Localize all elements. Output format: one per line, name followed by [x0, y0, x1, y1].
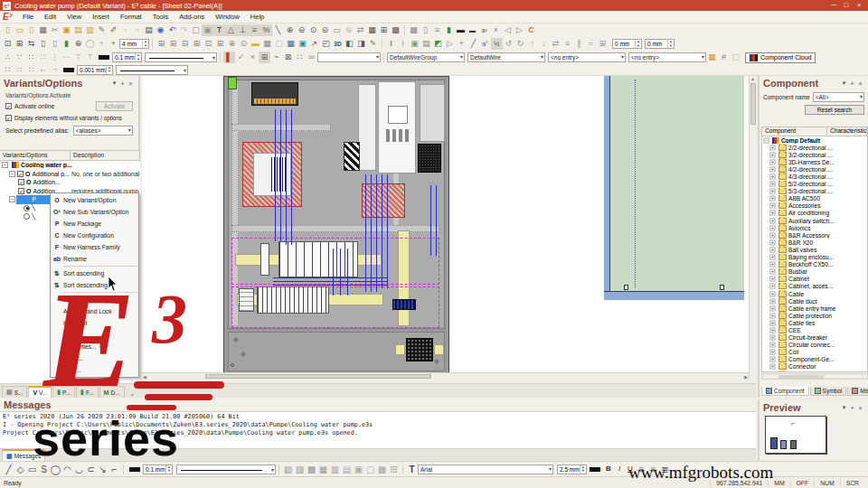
panel-tab[interactable]: Symbol — [810, 387, 847, 396]
panel-menu-icon[interactable]: ▾ — [110, 80, 118, 87]
pen2-icon[interactable]: ✎ — [367, 38, 379, 50]
crosshair-icon[interactable]: + — [456, 38, 467, 50]
expander-icon[interactable] — [770, 174, 776, 180]
run-icon[interactable]: ▷ — [444, 38, 456, 50]
text-tool-icon[interactable]: T — [213, 24, 225, 36]
spline-tool-icon[interactable]: S — [38, 464, 50, 475]
panel-tab[interactable]: Component — [761, 387, 809, 396]
menu-item[interactable]: Add-ons — [174, 11, 210, 23]
brush-icon[interactable]: ✐ — [108, 24, 119, 36]
expander-icon[interactable] — [770, 291, 776, 296]
net-class-dropdown[interactable] — [317, 52, 381, 62]
panel-close-icon[interactable]: × — [856, 80, 864, 87]
beam1-icon[interactable]: I — [385, 38, 397, 50]
expander-icon[interactable] — [770, 335, 776, 341]
print-icon[interactable]: ▤ — [143, 24, 155, 36]
component-folder-row[interactable]: Baying enclosu... — [762, 254, 867, 261]
rotate-left-icon[interactable]: ↺ — [503, 38, 514, 50]
precision-line-dropdown[interactable] — [116, 65, 188, 75]
copy-icon[interactable]: ▣ — [61, 24, 72, 36]
dock-tab[interactable]: M D... — [99, 386, 125, 398]
highlight-icon[interactable]: ▣ — [202, 24, 213, 36]
circle-gray-icon[interactable]: ◯ — [84, 38, 96, 50]
panel-pin-icon[interactable]: + — [848, 80, 856, 87]
place-c-icon[interactable]: ⊟ — [179, 38, 191, 50]
expander-icon[interactable] — [770, 159, 776, 164]
table-blue-icon[interactable]: ▦ — [285, 38, 297, 50]
align-center-icon[interactable]: ≡ — [647, 464, 659, 475]
draw-line-width-spinner[interactable]: 0.1 mm — [143, 465, 173, 474]
scroll-left-icon[interactable]: ◀ — [143, 373, 146, 380]
context-menu-item[interactable]: Lock ... — [51, 352, 138, 364]
table-icon[interactable]: ▦ — [261, 38, 273, 50]
expander-icon[interactable] — [770, 196, 776, 202]
context-menu-item[interactable]: Properties... — [51, 341, 138, 352]
activate-online-checkbox[interactable] — [5, 103, 12, 109]
component-folder-row[interactable]: 5/2-directional ... — [762, 181, 867, 188]
align-icon[interactable]: ⊥ — [237, 24, 249, 36]
context-menu-item[interactable]: P New Package — [51, 218, 138, 230]
menu-item[interactable]: Edit — [39, 11, 61, 23]
scrollbar-thumb[interactable] — [778, 375, 824, 379]
net-icon[interactable]: ⊠ — [282, 52, 294, 63]
component-folder-row[interactable]: Component-Ge... — [762, 356, 867, 363]
panel-menu-icon[interactable]: ▾ — [840, 404, 848, 411]
signal-dropdown[interactable]: <no entry> — [548, 52, 626, 62]
context-menu-item[interactable]: Search ... — [51, 329, 138, 341]
component-folder-row[interactable]: 3/2-directional ... — [762, 151, 867, 158]
tool-gray2-icon[interactable]: ▫ — [131, 24, 143, 36]
circle-tool-icon[interactable]: ◯ — [50, 464, 61, 475]
context-menu-item[interactable]: Activate and Lock — [51, 305, 138, 317]
wire-edit-icon[interactable]: # — [718, 52, 730, 63]
place-a-icon[interactable]: ⊞ — [156, 38, 167, 50]
dotgrid1-icon[interactable]: ∷ — [2, 64, 14, 76]
radio-selected-icon[interactable] — [24, 205, 30, 211]
expander-icon[interactable] — [770, 328, 776, 333]
wire-duct[interactable] — [242, 142, 302, 207]
line-mode-icon[interactable]: ╲ — [272, 24, 284, 36]
component-folder-row[interactable]: Cable duct — [762, 297, 867, 305]
filter-module[interactable] — [420, 84, 445, 142]
layer5-icon[interactable]: ⊞ — [388, 464, 400, 475]
snap-dots2-icon[interactable]: ∵ — [14, 52, 25, 63]
layer-icon[interactable]: ▌ — [223, 52, 235, 63]
text-color-swatch[interactable] — [590, 467, 600, 472]
pan-icon[interactable]: ⇄ — [354, 24, 366, 36]
line-tool-icon[interactable]: ╱ — [3, 464, 14, 475]
component-cloud-button[interactable]: Component Cloud — [745, 52, 816, 63]
prev-sheet-icon[interactable]: ◁ — [502, 24, 514, 36]
component-column-header[interactable]: Component — [762, 127, 827, 136]
italic-button[interactable]: I — [614, 464, 625, 474]
snap-dots5-icon[interactable]: ⋮ — [49, 52, 61, 63]
expander-icon[interactable] — [770, 284, 776, 289]
open-icon[interactable]: ▭ — [14, 24, 25, 36]
save-icon[interactable]: ▦ — [37, 24, 49, 36]
expander-icon[interactable] — [770, 364, 776, 370]
component-folder-row[interactable]: Connector crim... — [762, 371, 867, 372]
arc-tool-icon[interactable]: ◠ — [61, 464, 73, 475]
expander-icon[interactable] — [770, 152, 776, 157]
menu-item[interactable]: File — [17, 11, 39, 23]
grid-size-spinner[interactable]: 4 mm — [119, 39, 149, 49]
fraction-icon[interactable]: ½ — [491, 38, 503, 50]
refresh-icon[interactable]: C — [525, 24, 537, 36]
canvas-horizontal-scrollbar[interactable]: ◀ ▶ — [142, 372, 749, 380]
expander-icon[interactable] — [770, 320, 776, 325]
grid-icon[interactable]: ▦ — [366, 24, 378, 36]
layer2-icon[interactable]: ▣ — [353, 464, 364, 475]
text-gray1-icon[interactable]: T — [72, 52, 84, 63]
check-icon[interactable]: ✓ — [235, 52, 247, 63]
component-folder-row[interactable]: CEE — [762, 326, 867, 333]
minimize-button[interactable]: ─ — [827, 0, 840, 11]
hatch3-icon[interactable]: ▩ — [306, 464, 317, 475]
expander-icon[interactable] — [9, 171, 15, 177]
context-menu-item[interactable]: Deactivate — [51, 294, 138, 305]
component-folder-row[interactable]: Connector — [762, 363, 867, 371]
zoom-window-icon[interactable]: ⊙ — [307, 24, 319, 36]
expander-icon[interactable] — [770, 189, 776, 194]
component-folder-row[interactable]: Auxiliary switch... — [762, 217, 867, 224]
expander-icon[interactable] — [770, 232, 776, 238]
component-folder-row[interactable]: Avionics — [762, 224, 867, 231]
polygon-mode-icon[interactable]: △ — [225, 24, 237, 36]
rotate-right-icon[interactable]: ↻ — [514, 38, 526, 50]
